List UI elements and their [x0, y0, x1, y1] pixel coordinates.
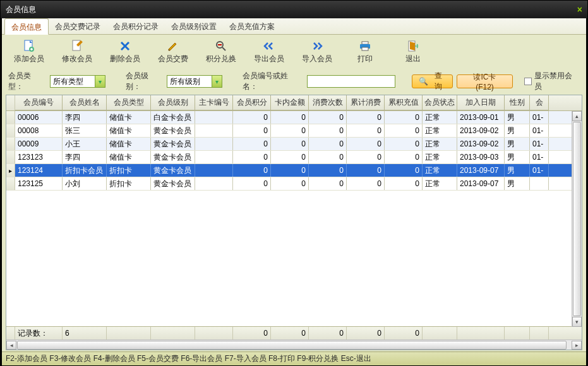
col-header[interactable]: 会 — [530, 95, 549, 110]
tab-会员信息[interactable]: 会员信息 — [4, 18, 49, 35]
scroll-thumb[interactable] — [17, 341, 567, 350]
col-header[interactable]: 性别 — [505, 95, 530, 110]
row-handle-footer — [6, 327, 15, 339]
cell-sex: 男 — [505, 164, 530, 177]
query-button[interactable]: 🔍 查询 — [412, 74, 453, 88]
row-handle[interactable] — [6, 151, 15, 163]
col-header[interactable]: 卡内金额 — [271, 95, 309, 110]
show-disabled-checkbox[interactable]: 显示禁用会员 — [524, 71, 580, 92]
print-label: 打印 — [357, 54, 373, 64]
cell-card — [195, 124, 233, 137]
cross-icon — [119, 40, 131, 52]
col-header[interactable]: 主卡编号 — [195, 95, 233, 110]
table-row[interactable]: 123125小刘折扣卡黄金卡会员00000正常2013-09-07男 — [6, 177, 582, 191]
exit-label: 退出 — [405, 54, 421, 64]
grid-body[interactable]: 00006李四储值卡白金卡会员00000正常2013-09-01男01-0000… — [6, 111, 582, 326]
cell-id: 00009 — [15, 138, 63, 150]
cell-id: 123124 — [15, 164, 63, 177]
scroll-right-icon[interactable]: ▸ — [572, 341, 582, 350]
print-button[interactable]: 打印 — [347, 40, 383, 64]
chevron-down-icon[interactable]: ▾ — [95, 76, 105, 87]
row-handle[interactable] — [6, 111, 15, 124]
table-row[interactable]: 00009小王储值卡黄金卡会员00000正常2013-09-02男01- — [6, 138, 582, 151]
horizontal-scrollbar[interactable]: ◂ ▸ — [6, 339, 582, 350]
chevron-down-icon[interactable]: ▾ — [212, 76, 222, 87]
cell-card — [195, 151, 233, 163]
cell-points: 0 — [233, 111, 271, 124]
cell-bal: 0 — [271, 151, 309, 163]
col-header[interactable]: 会员积分 — [233, 95, 271, 110]
cell-bal: 0 — [271, 111, 309, 124]
cell-card — [195, 138, 233, 150]
level-combo-input[interactable] — [167, 76, 212, 87]
row-handle[interactable]: ▸ — [6, 164, 15, 177]
cell-date: 2013-09-02 — [457, 124, 505, 137]
col-header[interactable]: 会员编号 — [15, 95, 63, 110]
cell-rech: 0 — [385, 151, 423, 163]
cell-rech: 0 — [385, 111, 423, 124]
cell-level: 白金卡会员 — [151, 111, 195, 124]
cell-type: 折扣卡 — [107, 177, 151, 190]
cell-card — [195, 111, 233, 124]
import-button[interactable]: 导入会员 — [299, 40, 335, 64]
type-combo[interactable]: ▾ — [50, 75, 105, 88]
points-button[interactable]: 积分兑换 — [203, 40, 239, 64]
read-ic-button[interactable]: 读IC卡 (F12) — [457, 74, 513, 88]
cell-bal: 0 — [271, 177, 309, 190]
tab-会员充值方案[interactable]: 会员充值方案 — [223, 18, 281, 34]
tab-会员交费记录[interactable]: 会员交费记录 — [49, 18, 107, 34]
close-icon[interactable]: × — [577, 4, 582, 15]
footer-cum: 0 — [347, 327, 385, 339]
export-button[interactable]: 导出会员 — [251, 40, 287, 64]
row-handle[interactable] — [6, 177, 15, 190]
tab-会员级别设置[interactable]: 会员级别设置 — [165, 18, 223, 34]
table-row[interactable]: ▸123124折扣卡会员折扣卡黄金卡会员00000正常2013-09-07男01… — [6, 164, 582, 177]
cell-sex: 男 — [505, 124, 530, 137]
cell-extra: 01- — [530, 164, 549, 177]
cell-sex: 男 — [505, 111, 530, 124]
scroll-up-icon[interactable]: ▴ — [572, 111, 582, 121]
inner: 会员信息会员交费记录会员积分记录会员级别设置会员充值方案 添加会员修改会员删除会… — [1, 18, 587, 365]
col-header[interactable]: 累积充值 — [385, 95, 423, 110]
col-header[interactable]: 会员姓名 — [63, 95, 107, 110]
cell-date: 2013-09-07 — [457, 177, 505, 190]
col-header[interactable]: 会员类型 — [107, 95, 151, 110]
checkbox-icon[interactable] — [524, 78, 532, 85]
col-header[interactable]: 会员状态 — [423, 95, 457, 110]
vertical-scrollbar[interactable]: ▴ ▾ — [572, 111, 582, 327]
cell-rech: 0 — [385, 177, 423, 190]
edit-button[interactable]: 修改会员 — [59, 40, 95, 64]
exit-button[interactable]: 退出 — [395, 40, 431, 64]
search-input[interactable] — [307, 75, 395, 88]
footer-label: 记录数： — [15, 327, 63, 339]
col-header[interactable]: 会员级别 — [151, 95, 195, 110]
titlebar[interactable]: 会员信息 × — [1, 1, 587, 18]
row-handle[interactable] — [6, 124, 15, 137]
add-button[interactable]: 添加会员 — [11, 40, 47, 64]
cell-points: 0 — [233, 124, 271, 137]
cell-date: 2013-09-02 — [457, 138, 505, 150]
col-header[interactable]: 消费次数 — [309, 95, 347, 110]
table-row[interactable]: 00006李四储值卡白金卡会员00000正常2013-09-01男01- — [6, 111, 582, 124]
cell-date: 2013-09-01 — [457, 111, 505, 124]
level-combo[interactable]: ▾ — [167, 75, 222, 88]
table-row[interactable]: 00008张三储值卡黄金卡会员00000正常2013-09-02男01- — [6, 124, 582, 138]
footer-points: 0 — [233, 327, 271, 339]
scroll-down-icon[interactable]: ▾ — [572, 317, 582, 327]
pay-button[interactable]: 会员交费 — [155, 40, 191, 64]
col-header[interactable]: 加入日期 — [457, 95, 505, 110]
add-label: 添加会员 — [14, 54, 44, 64]
type-combo-input[interactable] — [51, 76, 95, 87]
cell-level: 黄金卡会员 — [151, 124, 195, 137]
tab-会员积分记录[interactable]: 会员积分记录 — [107, 18, 165, 34]
row-handle[interactable] — [6, 138, 15, 150]
cell-count: 0 — [309, 111, 347, 124]
cell-type: 储值卡 — [107, 111, 151, 124]
footer-bal: 0 — [271, 327, 309, 339]
scroll-vthumb[interactable] — [573, 122, 581, 316]
col-header[interactable]: 累计消费 — [347, 95, 385, 110]
cell-name: 折扣卡会员 — [63, 164, 107, 177]
scroll-left-icon[interactable]: ◂ — [6, 341, 16, 350]
delete-button[interactable]: 删除会员 — [107, 40, 143, 64]
table-row[interactable]: 123123李四储值卡黄金卡会员00000正常2013-09-03男01- — [6, 151, 582, 164]
